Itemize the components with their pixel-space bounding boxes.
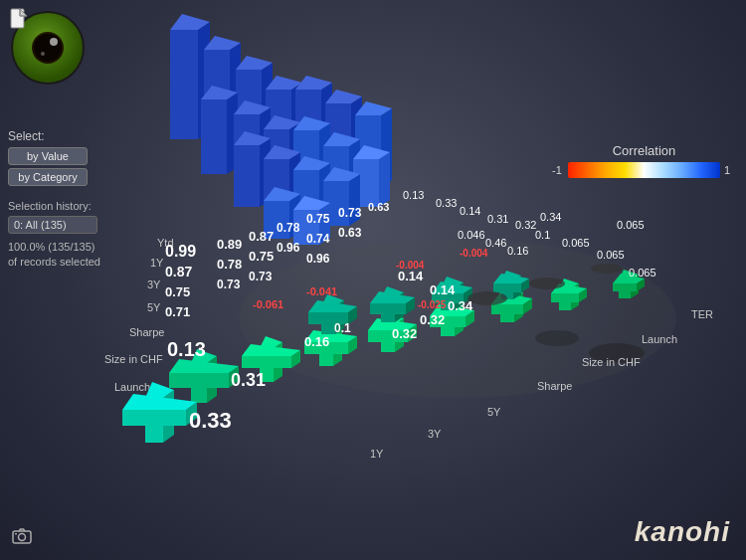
svg-text:0.34: 0.34 <box>448 298 473 313</box>
svg-text:Sharpe: Sharpe <box>537 380 572 392</box>
svg-text:0.13: 0.13 <box>403 189 424 201</box>
svg-text:0.16: 0.16 <box>507 245 528 257</box>
svg-rect-214 <box>15 533 17 535</box>
svg-point-210 <box>50 38 58 46</box>
brand-label: kanohi <box>635 516 730 548</box>
svg-text:3Y: 3Y <box>147 279 161 290</box>
left-panel: Select: by Value by Category Selection h… <box>8 129 107 271</box>
svg-text:5Y: 5Y <box>147 301 161 313</box>
svg-text:0.065: 0.065 <box>617 219 645 231</box>
svg-marker-55 <box>379 152 390 207</box>
svg-text:0.1: 0.1 <box>334 321 351 335</box>
svg-text:0.065: 0.065 <box>629 267 656 279</box>
svg-text:Sharpe: Sharpe <box>129 326 164 338</box>
svg-point-211 <box>41 52 45 56</box>
svg-text:0.73: 0.73 <box>217 278 241 291</box>
svg-text:Launch: Launch <box>642 333 677 345</box>
svg-point-2 <box>535 330 579 346</box>
svg-text:0.73: 0.73 <box>249 270 273 283</box>
svg-text:TER: TER <box>691 308 713 320</box>
legend-max: 1 <box>724 164 736 176</box>
svg-point-154 <box>529 278 565 289</box>
svg-text:0.32: 0.32 <box>392 326 417 341</box>
select-label: Select: <box>8 129 107 143</box>
svg-text:0.1: 0.1 <box>535 229 550 241</box>
records-line2: of records selected <box>8 256 100 268</box>
svg-text:0.13: 0.13 <box>167 338 206 360</box>
svg-text:0.75: 0.75 <box>306 212 330 226</box>
svg-text:0.89: 0.89 <box>217 237 242 252</box>
svg-text:0.96: 0.96 <box>306 252 330 266</box>
svg-marker-144 <box>493 283 521 292</box>
svg-text:1Y: 1Y <box>150 257 164 269</box>
svg-text:0.71: 0.71 <box>165 304 190 319</box>
by-value-button[interactable]: by Value <box>8 147 88 165</box>
svg-text:0.31: 0.31 <box>487 213 508 225</box>
svg-text:0.99: 0.99 <box>165 243 196 260</box>
svg-text:0.75: 0.75 <box>249 249 274 264</box>
history-item[interactable]: 0: All (135) <box>8 216 97 234</box>
svg-text:0.14: 0.14 <box>398 269 424 283</box>
svg-marker-120 <box>613 283 637 291</box>
svg-marker-78 <box>169 373 229 388</box>
svg-point-209 <box>34 34 62 62</box>
svg-text:Size in CHF: Size in CHF <box>582 356 641 368</box>
svg-text:0.14: 0.14 <box>430 282 456 297</box>
svg-text:0.32: 0.32 <box>420 312 445 327</box>
svg-text:-0.061: -0.061 <box>253 298 283 310</box>
svg-marker-84 <box>242 356 291 368</box>
svg-text:0.46: 0.46 <box>485 237 506 249</box>
svg-marker-150 <box>122 410 186 426</box>
svg-text:5Y: 5Y <box>487 406 501 418</box>
svg-text:0.34: 0.34 <box>540 211 561 223</box>
svg-marker-114 <box>551 293 579 302</box>
svg-text:0.14: 0.14 <box>460 205 480 217</box>
svg-marker-57 <box>234 145 260 207</box>
svg-text:0.16: 0.16 <box>304 334 329 349</box>
legend-gradient-bar <box>568 162 720 178</box>
svg-text:0.33: 0.33 <box>189 408 232 433</box>
svg-text:3Y: 3Y <box>428 428 442 440</box>
history-label: Selection history: <box>8 200 107 212</box>
svg-text:0.74: 0.74 <box>306 232 330 246</box>
svg-marker-18 <box>170 30 198 139</box>
svg-text:0.32: 0.32 <box>515 219 536 231</box>
svg-point-153 <box>467 291 507 305</box>
legend-min: -1 <box>552 164 564 176</box>
svg-marker-132 <box>370 303 406 314</box>
svg-text:Size in CHF: Size in CHF <box>104 353 163 365</box>
visualization: Ytd 1Y 3Y 5Y Sharpe Size in CHF Launch T… <box>0 0 746 560</box>
svg-text:0.31: 0.31 <box>231 370 266 390</box>
records-line1: 100.0% (135/135) <box>8 241 94 253</box>
svg-text:0.065: 0.065 <box>597 249 625 261</box>
svg-text:1Y: 1Y <box>370 448 384 460</box>
svg-point-213 <box>19 534 26 541</box>
svg-text:0.63: 0.63 <box>368 201 389 213</box>
legend-bar-container: -1 1 <box>552 162 736 178</box>
svg-text:0.046: 0.046 <box>458 229 485 241</box>
camera-icon[interactable] <box>12 528 32 548</box>
svg-text:0.63: 0.63 <box>338 226 362 240</box>
svg-text:-0.025: -0.025 <box>418 299 447 310</box>
svg-text:0.78: 0.78 <box>277 221 300 235</box>
svg-text:0.75: 0.75 <box>165 284 190 299</box>
file-icon[interactable] <box>10 8 28 33</box>
svg-text:0.96: 0.96 <box>277 241 300 255</box>
svg-text:0.065: 0.065 <box>562 237 590 249</box>
legend-title: Correlation <box>552 143 736 158</box>
svg-marker-108 <box>491 304 523 314</box>
records-info: 100.0% (135/135) of records selected <box>8 240 107 271</box>
svg-text:-0.004: -0.004 <box>460 248 488 259</box>
svg-point-155 <box>591 264 623 274</box>
selection-history: Selection history: 0: All (135) 100.0% (… <box>8 200 107 271</box>
svg-text:-0.041: -0.041 <box>306 285 337 297</box>
by-category-button[interactable]: by Category <box>8 168 88 186</box>
svg-text:0.87: 0.87 <box>249 229 274 244</box>
correlation-legend: Correlation -1 1 <box>552 143 736 178</box>
svg-text:0.33: 0.33 <box>436 197 457 209</box>
svg-text:Launch: Launch <box>114 381 150 393</box>
svg-text:0.87: 0.87 <box>165 264 192 280</box>
svg-marker-39 <box>201 99 227 174</box>
svg-text:0.73: 0.73 <box>338 206 362 220</box>
svg-text:0.78: 0.78 <box>217 257 242 272</box>
